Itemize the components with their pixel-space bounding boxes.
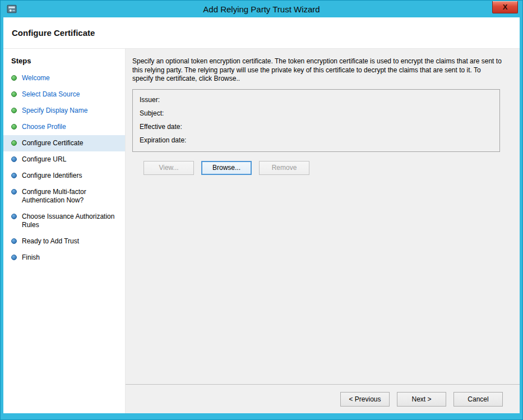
expiration-date-label: Expiration date: xyxy=(140,136,186,144)
certificate-info-box: Issuer: Subject: Effective date: Expirat… xyxy=(132,89,500,152)
wizard-footer: < Previous Next > Cancel xyxy=(126,384,520,413)
step-bullet-icon xyxy=(11,124,17,130)
step-bullet-icon xyxy=(11,75,17,81)
previous-button[interactable]: < Previous xyxy=(340,392,390,407)
step-label: Choose Profile xyxy=(22,123,66,131)
instruction-text: Specify an optional token encryption cer… xyxy=(132,57,503,84)
close-icon: X xyxy=(503,3,508,11)
step-bullet-icon xyxy=(11,108,17,113)
step-bullet-icon xyxy=(11,255,17,260)
remove-button: Remove xyxy=(259,161,309,175)
step-label: Configure URL xyxy=(22,155,66,164)
certificate-field-row: Issuer: xyxy=(140,93,493,107)
cancel-button[interactable]: Cancel xyxy=(453,392,503,407)
page-header: Configure Certificate xyxy=(3,17,520,49)
step-bullet-icon xyxy=(11,91,17,97)
window-title: Add Relying Party Trust Wizard xyxy=(1,4,522,14)
step-label: Choose Issuance Authorization Rules xyxy=(22,213,121,229)
step-label: Finish xyxy=(22,253,40,262)
step-bullet-icon xyxy=(11,156,17,162)
sidebar-item-finish: Finish xyxy=(3,250,125,266)
content-area: Specify an optional token encryption cer… xyxy=(126,49,520,384)
sidebar-item-select-data-source[interactable]: Select Data Source xyxy=(3,86,125,103)
sidebar-item-configure-certificate[interactable]: Configure Certificate xyxy=(3,135,125,151)
content-column: Specify an optional token encryption cer… xyxy=(126,49,520,413)
subject-label: Subject: xyxy=(140,109,164,117)
wizard-window: Add Relying Party Trust Wizard X Configu… xyxy=(0,0,523,420)
step-label: Welcome xyxy=(22,74,50,82)
issuer-label: Issuer: xyxy=(140,96,160,104)
effective-date-label: Effective date: xyxy=(140,123,182,131)
steps-heading: Steps xyxy=(3,51,125,70)
step-bullet-icon xyxy=(11,214,17,219)
certificate-actions: View... Browse... Remove xyxy=(144,161,504,175)
close-button[interactable]: X xyxy=(492,1,518,13)
certificate-field-row: Effective date: xyxy=(140,120,493,133)
sidebar-item-configure-identifiers: Configure Identifiers xyxy=(3,168,125,184)
step-label: Configure Certificate xyxy=(22,139,83,147)
step-label: Configure Identifiers xyxy=(22,172,82,180)
step-bullet-icon xyxy=(11,238,17,244)
step-bullet-icon xyxy=(11,140,17,146)
sidebar-item-ready-to-add-trust: Ready to Add Trust xyxy=(3,233,125,250)
step-label: Configure Multi-factor Authentication No… xyxy=(22,188,121,205)
wizard-frame: Configure Certificate Steps WelcomeSelec… xyxy=(3,17,520,413)
steps-sidebar: Steps WelcomeSelect Data SourceSpecify D… xyxy=(3,49,126,413)
step-bullet-icon xyxy=(11,173,17,178)
sidebar-item-configure-url: Configure URL xyxy=(3,151,125,168)
sidebar-item-welcome[interactable]: Welcome xyxy=(3,70,125,86)
sidebar-item-specify-display-name[interactable]: Specify Display Name xyxy=(3,103,125,119)
wizard-body: Steps WelcomeSelect Data SourceSpecify D… xyxy=(3,49,520,413)
wizard-app-icon xyxy=(7,4,17,14)
step-label: Specify Display Name xyxy=(22,107,87,115)
page-title: Configure Certificate xyxy=(12,28,95,38)
certificate-field-row: Subject: xyxy=(140,107,493,120)
view-button: View... xyxy=(144,161,194,175)
step-label: Select Data Source xyxy=(22,90,80,99)
sidebar-item-choose-profile[interactable]: Choose Profile xyxy=(3,119,125,135)
browse-button[interactable]: Browse... xyxy=(201,161,252,175)
steps-list: WelcomeSelect Data SourceSpecify Display… xyxy=(3,70,125,266)
step-label: Ready to Add Trust xyxy=(22,237,79,246)
titlebar: Add Relying Party Trust Wizard X xyxy=(1,1,522,17)
sidebar-item-configure-multi-factor-authentication-now: Configure Multi-factor Authentication No… xyxy=(3,184,125,209)
certificate-field-row: Expiration date: xyxy=(140,133,493,147)
step-bullet-icon xyxy=(11,189,17,195)
next-button[interactable]: Next > xyxy=(397,392,446,407)
sidebar-item-choose-issuance-authorization-rules: Choose Issuance Authorization Rules xyxy=(3,209,125,233)
